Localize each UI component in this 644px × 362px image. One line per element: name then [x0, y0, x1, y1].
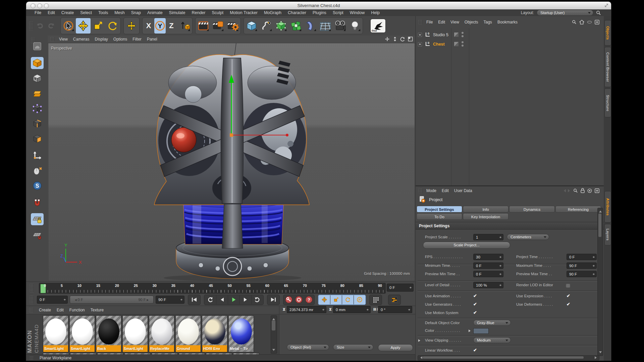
add-cube-icon[interactable]: [244, 18, 259, 34]
attributes-tab[interactable]: Info: [463, 206, 508, 213]
menu-item[interactable]: File: [35, 10, 41, 15]
preview-range-slider[interactable]: ◂ 0 F 90 F ▸: [70, 296, 154, 304]
use-generators-checkbox[interactable]: [473, 302, 477, 307]
render-lod-checkbox[interactable]: [566, 283, 570, 288]
attributes-search-icon[interactable]: [573, 188, 578, 193]
lock-workplane-icon[interactable]: [31, 213, 44, 225]
material-swatch[interactable]: ReplaceMe: [149, 315, 174, 352]
project-scale-unit-dropdown[interactable]: Centimeters: [507, 234, 549, 240]
rotation-field[interactable]: 0 °: [378, 306, 412, 313]
tab-structure[interactable]: Structure: [604, 88, 611, 117]
use-expression-checkbox[interactable]: [567, 293, 570, 298]
menu-item[interactable]: Motion Tracker: [230, 10, 258, 15]
minimum-time-field[interactable]: 0 F: [473, 262, 503, 269]
material-swatch[interactable]: SmartLight: [69, 315, 95, 352]
objects-menu-item[interactable]: View: [450, 20, 459, 24]
go-to-start-icon[interactable]: [189, 295, 200, 304]
lock-icon[interactable]: [581, 188, 585, 193]
coords-mode-dropdown[interactable]: Object (Rel): [287, 344, 329, 350]
menu-item[interactable]: Help: [371, 10, 380, 15]
material-menu-item[interactable]: Function: [69, 308, 85, 312]
project-time-field[interactable]: 0 F: [567, 254, 597, 260]
visibility-dot-bottom[interactable]: [462, 35, 464, 37]
record-position-icon[interactable]: [319, 295, 330, 304]
points-mode-icon[interactable]: [31, 103, 44, 115]
range-right-arrow[interactable]: 90 F ▸: [138, 298, 149, 302]
visibility-dot-bottom[interactable]: [462, 45, 464, 47]
objects-menu-item[interactable]: Objects: [465, 20, 478, 24]
apply-button[interactable]: Apply: [378, 344, 413, 351]
layer-swatch-icon[interactable]: [454, 42, 459, 47]
attributes-menu-item[interactable]: Edit: [442, 188, 449, 193]
free-move-icon[interactable]: [124, 18, 139, 34]
attributes-menu-item[interactable]: Mode: [426, 188, 436, 193]
open-timeline-icon[interactable]: [389, 295, 400, 304]
add-environment-icon[interactable]: [318, 18, 333, 34]
material-menu-item[interactable]: Texture: [91, 308, 104, 312]
material-swatch[interactable]: Back: [96, 315, 121, 352]
previous-frame-icon[interactable]: [216, 295, 228, 304]
expand-icon[interactable]: [418, 33, 422, 37]
tab-layers[interactable]: Layers: [604, 224, 611, 245]
object-label-selected[interactable]: Chest: [433, 42, 445, 47]
menu-item[interactable]: Tools: [98, 10, 108, 15]
polygons-mode-icon[interactable]: [31, 133, 44, 145]
undo-icon[interactable]: [34, 18, 46, 34]
level-of-detail-field[interactable]: 100 %: [473, 282, 503, 288]
objects-menu-item[interactable]: Bookmarks: [497, 20, 518, 24]
use-animation-checkbox[interactable]: [473, 293, 477, 298]
material-swatch[interactable]: Ground: [175, 315, 201, 352]
transport-grip[interactable]: [30, 295, 34, 304]
scale-tool-icon[interactable]: [91, 18, 105, 34]
play-loop-icon[interactable]: [251, 295, 263, 304]
menu-item[interactable]: Edit: [48, 10, 55, 15]
model-mode-icon[interactable]: [31, 57, 44, 69]
timeline-grip[interactable]: [30, 284, 34, 292]
attributes-menu-item[interactable]: User Data: [454, 188, 472, 193]
coordinate-system-icon[interactable]: [177, 18, 192, 34]
add-camera-icon[interactable]: [333, 18, 347, 34]
keyframe-selection-icon[interactable]: ?: [304, 295, 314, 304]
viewport-menu-item[interactable]: Panel: [147, 37, 157, 42]
lock-x-axis-icon[interactable]: X: [143, 18, 154, 34]
status-grip[interactable]: [30, 356, 34, 360]
add-spline-icon[interactable]: [259, 18, 274, 34]
material-grip[interactable]: [29, 308, 33, 312]
next-frame-icon[interactable]: [239, 295, 251, 304]
material-swatch[interactable]: SmartLight: [122, 315, 148, 352]
view-clipping-dropdown[interactable]: Medium: [473, 337, 511, 343]
color-swatch[interactable]: [473, 328, 489, 334]
objects-menu-item[interactable]: Edit: [438, 20, 445, 24]
viewport-menu-item[interactable]: Options: [113, 37, 127, 42]
visibility-dot-top[interactable]: [462, 41, 464, 43]
objects-home-icon[interactable]: [579, 20, 584, 24]
target-icon[interactable]: [587, 188, 592, 193]
workplane-snapping-icon[interactable]: [31, 229, 44, 241]
material-menu-item[interactable]: Edit: [57, 308, 64, 312]
attributes-hscrollbar[interactable]: [418, 355, 599, 360]
fps-field[interactable]: 30: [473, 254, 503, 260]
add-light-icon[interactable]: [347, 18, 362, 34]
menu-item[interactable]: Animate: [147, 10, 163, 15]
use-deformers-checkbox[interactable]: [567, 302, 570, 307]
snapping-magnet-icon[interactable]: [31, 197, 44, 209]
history-arrows-icon[interactable]: [563, 189, 571, 193]
enable-axis-icon[interactable]: [31, 149, 44, 162]
menu-item[interactable]: Snap: [131, 10, 141, 15]
play-forward-icon[interactable]: [228, 295, 239, 304]
camera-rotate-icon[interactable]: [400, 36, 406, 42]
play-backwards-icon[interactable]: [205, 295, 216, 304]
material-swatch[interactable]: HDRI Env: [202, 315, 227, 352]
end-frame-field[interactable]: 90 F: [156, 296, 184, 304]
tab-objects[interactable]: Objects: [604, 20, 611, 46]
project-scale-field[interactable]: 1: [473, 234, 503, 240]
default-object-color-dropdown[interactable]: Gray-Blue: [473, 320, 511, 326]
attributes-tab[interactable]: To Do: [417, 213, 462, 220]
edit-render-settings-icon[interactable]: [225, 18, 240, 34]
timeline-track[interactable]: 051015202530354045505560657075808590: [39, 283, 386, 294]
expand-icon[interactable]: [418, 42, 422, 46]
go-to-end-icon[interactable]: [268, 295, 279, 304]
range-left-arrow[interactable]: ◂ 0 F: [75, 298, 83, 302]
menu-item[interactable]: Sculpt: [212, 10, 223, 15]
object-row-studio5[interactable]: 0 Studio 5: [416, 30, 604, 39]
